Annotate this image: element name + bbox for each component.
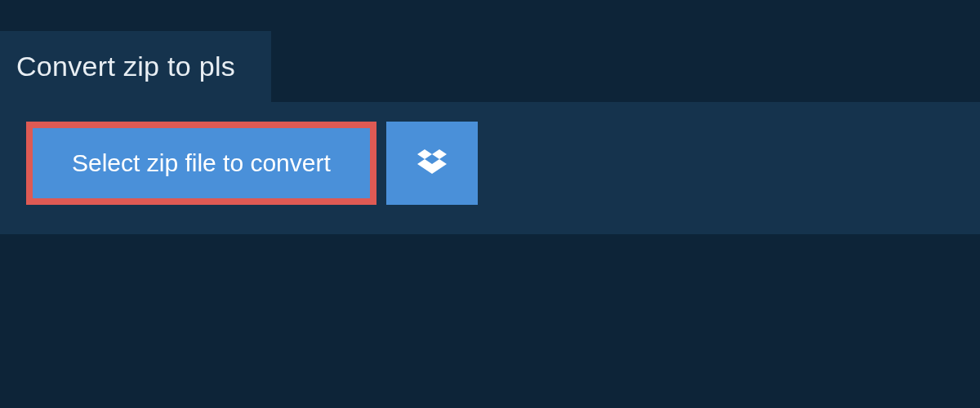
page-title: Convert zip to pls <box>16 51 235 82</box>
dropbox-icon <box>417 147 447 180</box>
select-file-button[interactable]: Select zip file to convert <box>26 122 376 205</box>
header-tab: Convert zip to pls <box>0 31 271 102</box>
main-panel: Select zip file to convert <box>0 102 980 234</box>
dropbox-button[interactable] <box>386 122 478 205</box>
button-row: Select zip file to convert <box>26 122 954 205</box>
select-file-label: Select zip file to convert <box>72 149 331 177</box>
